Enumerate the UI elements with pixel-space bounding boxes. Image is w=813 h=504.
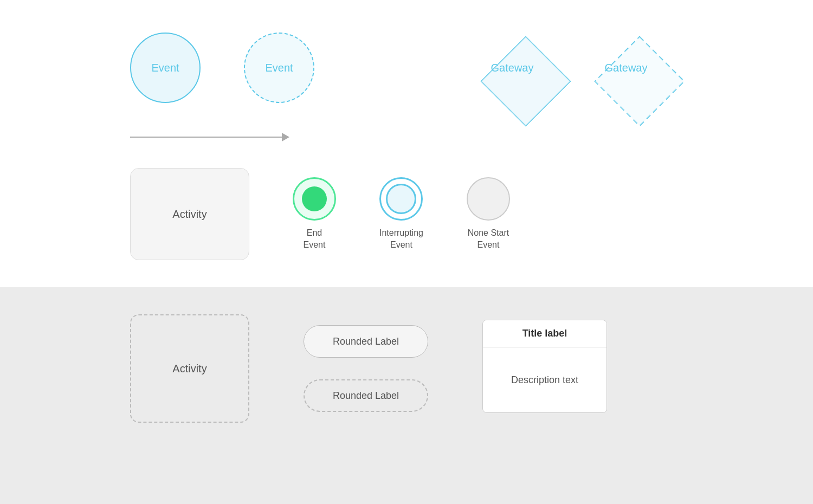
titled-box[interactable]: Title label Description text — [482, 320, 607, 413]
bottom-section: Activity Rounded Label Rounded Label Tit… — [0, 287, 813, 504]
end-event-circle[interactable] — [293, 177, 336, 221]
bottom-shapes-row: Activity Rounded Label Rounded Label Tit… — [130, 314, 607, 423]
arrow-head — [282, 133, 289, 141]
event-solid-label: Event — [151, 62, 179, 74]
event-circle-dashed[interactable]: Event — [244, 33, 314, 103]
none-start-event-label: None Start Event — [468, 227, 509, 251]
titled-box-header: Title label — [483, 320, 606, 347]
rounded-label-solid-text: Rounded Label — [333, 336, 399, 347]
activity-box[interactable]: Activity — [130, 168, 249, 260]
gateway-solid-label: Gateway — [491, 62, 534, 74]
interrupting-event-inner — [386, 184, 416, 214]
gateway-dashed-svg — [591, 33, 688, 130]
arrow-row — [130, 133, 289, 141]
rounded-label-dashed-text: Rounded Label — [333, 390, 399, 402]
titled-box-body: Description text — [483, 347, 606, 412]
shapes-row-1: Event Event Gateway Gateway — [130, 33, 661, 103]
titled-box-title-text: Title label — [522, 328, 567, 339]
titled-box-body-text: Description text — [511, 374, 578, 386]
gateway-dashed-label: Gateway — [605, 62, 648, 74]
end-event-wrap: End Event — [293, 177, 336, 251]
end-event-label: End Event — [304, 227, 326, 251]
activity-dashed-label: Activity — [172, 363, 207, 375]
end-event-inner — [302, 186, 327, 211]
gateway-diamond-dashed[interactable]: Gateway — [591, 33, 661, 103]
top-section: Event Event Gateway Gateway — [0, 0, 813, 287]
svg-marker-3 — [595, 37, 684, 126]
arrow-line-body — [130, 137, 282, 138]
svg-marker-1 — [481, 37, 570, 126]
none-start-event-circle[interactable] — [467, 177, 510, 221]
shapes-row-2: Activity End Event Interrupting Event No… — [130, 168, 510, 260]
gateway-solid-svg — [477, 33, 575, 130]
none-start-event-wrap: None Start Event — [467, 177, 510, 251]
rounded-label-solid[interactable]: Rounded Label — [304, 325, 428, 358]
event-circle-solid[interactable]: Event — [130, 33, 201, 103]
gateway-diamond-solid[interactable]: Gateway — [477, 33, 547, 103]
rounded-label-dashed[interactable]: Rounded Label — [304, 379, 428, 412]
rounded-labels-column: Rounded Label Rounded Label — [304, 325, 428, 412]
interrupting-event-label: Interrupting Event — [379, 227, 423, 251]
event-dashed-label: Event — [265, 62, 293, 74]
activity-label: Activity — [172, 208, 207, 221]
interrupting-event-circle[interactable] — [379, 177, 423, 221]
interrupting-event-wrap: Interrupting Event — [379, 177, 423, 251]
sequence-arrow — [130, 133, 289, 141]
activity-dashed-box[interactable]: Activity — [130, 314, 249, 423]
